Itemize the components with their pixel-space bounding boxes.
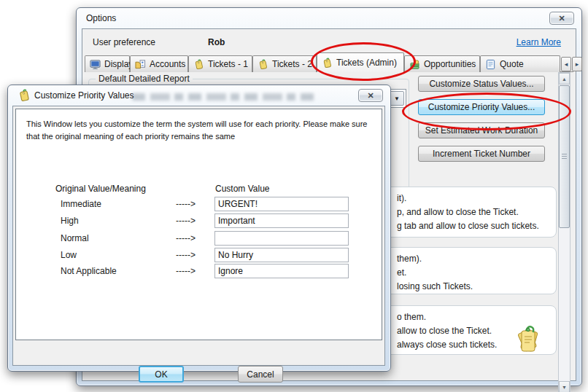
accounts-icon [135, 59, 146, 70]
tab-scroll-right-button[interactable]: ▸ [572, 57, 582, 71]
custom-value-input-low[interactable] [214, 248, 349, 262]
customize-priority-values-button[interactable]: Customize Priority Values... [418, 99, 545, 115]
user-preference-label: User preference [93, 37, 155, 47]
combobox-dropdown-button[interactable]: ▼ [390, 91, 404, 106]
obscured-glass-text [132, 93, 314, 101]
customize-priority-values-dialog: Customize Priority Values ✕ This Window … [7, 85, 391, 372]
tab-tickets-1[interactable]: Tickets - 1 [188, 55, 252, 72]
dialog-inner-panel: This Window lets you customize the term … [15, 109, 382, 340]
chevron-left-icon: ◂ [565, 60, 568, 68]
tab-label: Quote [500, 59, 524, 69]
arrow-up-icon: ▲ [562, 77, 567, 82]
info-text-fragment: g tab and allow to close such tickets. [397, 219, 552, 233]
ticket-icon [193, 59, 204, 70]
dialog-title: Customize Priority Values [34, 90, 134, 101]
original-value-label: Immediate [61, 199, 101, 209]
tab-label: Opportunities [424, 59, 476, 69]
close-button[interactable]: ✕ [549, 12, 574, 25]
ticket-icon [18, 89, 31, 102]
ticket-icon [258, 59, 268, 70]
scrollbar-thumb[interactable] [559, 85, 570, 228]
original-value-header: Original Value/Meaning [55, 184, 146, 194]
dialog-titlebar[interactable]: Customize Priority Values ✕ [8, 85, 390, 106]
dialog-description: This Window lets you customize the term … [26, 118, 375, 143]
tabstrip: Display Accounts Tickets - 1 Tickets - 2… [85, 52, 560, 72]
close-icon: ✕ [367, 91, 374, 101]
info-text-fragment: losing such Tickets. [397, 280, 552, 294]
set-estimated-work-duration-button[interactable]: Set Estimated Work Duration [418, 122, 545, 138]
original-value-label: High [61, 216, 79, 226]
tab-tickets-2[interactable]: Tickets - 2 [252, 55, 317, 72]
chevron-right-icon: ▸ [576, 60, 579, 68]
display-icon [90, 59, 101, 70]
info-text-fragment: et. [397, 266, 552, 280]
custom-value-input-normal[interactable] [214, 231, 349, 246]
priority-row-normal: Normal -----> [16, 231, 382, 246]
maps-to-arrow: -----> [176, 233, 196, 243]
arrow-down-icon: ▼ [562, 385, 567, 390]
tab-quote[interactable]: Quote [480, 55, 560, 72]
tab-label: Tickets - 1 [208, 59, 248, 69]
tab-label: Tickets - 2 [272, 59, 312, 69]
info-text-fragment: it). [397, 192, 552, 205]
tab-label: Accounts [150, 59, 185, 69]
close-icon: ✕ [558, 14, 565, 23]
tab-scroll-left-button[interactable]: ◂ [561, 57, 571, 71]
priority-row-high: High -----> [16, 213, 382, 228]
tab-opportunities[interactable]: Opportunities [404, 55, 480, 72]
custom-value-input-high[interactable] [214, 213, 349, 228]
opportunities-icon [409, 59, 420, 70]
priority-row-not-applicable: Not Applicable -----> [16, 264, 382, 278]
learn-more-link[interactable]: Learn More [517, 37, 561, 47]
tab-label: Display [104, 59, 133, 69]
maps-to-arrow: -----> [176, 250, 196, 260]
groupbox-label: Default Detailed Report [96, 74, 193, 84]
user-preference-value: Rob [208, 37, 225, 47]
increment-ticket-number-button[interactable]: Increment Ticket Number [418, 146, 545, 162]
ticket-icon [322, 58, 333, 68]
scroll-up-button[interactable]: ▲ [559, 73, 570, 85]
custom-value-header: Custom Value [215, 184, 269, 194]
tab-display[interactable]: Display [85, 55, 130, 72]
maps-to-arrow: -----> [176, 199, 196, 209]
priority-row-immediate: Immediate -----> [16, 197, 382, 211]
ok-button[interactable]: OK [139, 366, 184, 383]
custom-value-input-not-applicable[interactable] [214, 264, 349, 278]
maps-to-arrow: -----> [176, 216, 196, 226]
dialog-content-panel: This Window lets you customize the term … [12, 106, 385, 366]
tab-tickets-admin[interactable]: Tickets (Admin) [317, 52, 404, 72]
tickets-bundle-icon [511, 320, 545, 358]
priority-row-low: Low -----> [16, 248, 382, 262]
scroll-down-button[interactable]: ▼ [559, 381, 570, 392]
options-titlebar[interactable]: Options ✕ [77, 8, 581, 28]
customize-status-values-button[interactable]: Customize Status Values... [418, 76, 545, 92]
quote-icon [485, 59, 496, 70]
tab-label: Tickets (Admin) [336, 58, 397, 68]
options-window-title: Options [86, 13, 116, 23]
tab-accounts[interactable]: Accounts [130, 55, 188, 72]
vertical-scrollbar[interactable]: ▲ ▼ [558, 72, 570, 392]
original-value-label: Not Applicable [61, 266, 117, 276]
custom-value-input-immediate[interactable] [214, 197, 349, 211]
maps-to-arrow: -----> [176, 266, 196, 276]
info-text-fragment: p, and allow to close the Ticket. [397, 205, 552, 219]
cancel-button[interactable]: Cancel [238, 366, 283, 383]
chevron-down-icon: ▼ [394, 95, 400, 102]
dialog-close-button[interactable]: ✕ [358, 89, 383, 102]
original-value-label: Normal [61, 233, 89, 243]
info-text-fragment: them). [397, 252, 552, 266]
original-value-label: Low [61, 250, 77, 260]
desktop: Options ✕ User preference Rob Learn More… [0, 0, 588, 392]
